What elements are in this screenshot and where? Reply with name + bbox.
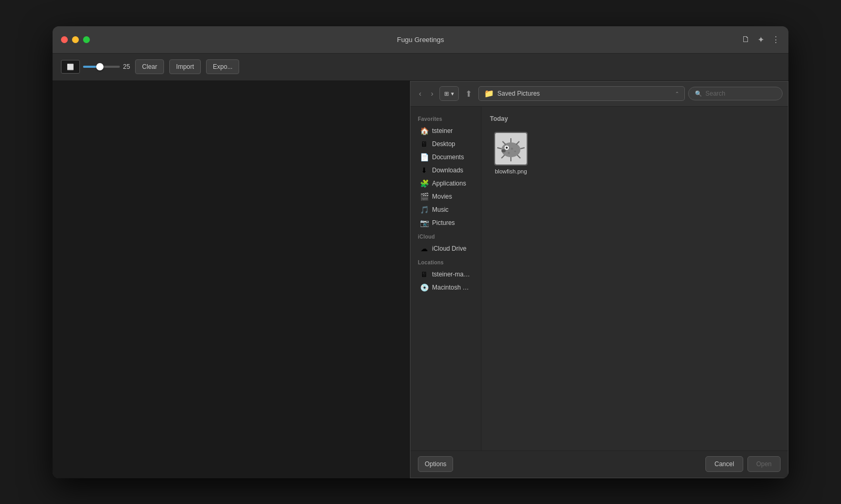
- menu-icon[interactable]: ⋮: [772, 35, 780, 45]
- disk-icon: 💿: [420, 283, 428, 292]
- locations-label: Locations: [411, 255, 481, 268]
- extensions-icon[interactable]: ✦: [757, 35, 764, 45]
- app-toolbar: ⬜ 25 Clear Import Expo...: [53, 54, 788, 81]
- footer-right: Cancel Open: [705, 456, 781, 472]
- dialog-footer: Options Cancel Open: [411, 450, 788, 478]
- open-button[interactable]: Open: [747, 456, 781, 472]
- dialog-body: Favorites 🏠 tsteiner 🖥 Desktop 📄 Documen…: [411, 107, 788, 450]
- home-icon: 🏠: [420, 127, 428, 135]
- minimize-button[interactable]: [72, 36, 79, 43]
- zoom-slider[interactable]: [83, 66, 120, 68]
- search-placeholder: Search: [705, 90, 725, 97]
- pictures-icon: 📷: [420, 219, 428, 227]
- file-name: blowfish.png: [495, 168, 527, 174]
- title-bar-actions: 🗋 ✦ ⋮: [742, 35, 780, 45]
- footer-left: Options: [418, 456, 453, 472]
- sidebar-item-applications[interactable]: 🧩 Applications: [413, 177, 479, 190]
- search-box[interactable]: 🔍 Search: [688, 87, 783, 100]
- sidebar-item-desktop[interactable]: 🖥 Desktop: [413, 138, 479, 150]
- title-bar: Fugu Greetings 🗋 ✦ ⋮: [53, 26, 788, 54]
- file-grid: blowfish.png: [490, 129, 780, 178]
- file-thumbnail: [494, 132, 528, 166]
- zoom-icon: ⬜: [67, 64, 74, 70]
- close-button[interactable]: [61, 36, 68, 43]
- zoom-control: ⬜ 25: [61, 60, 130, 74]
- content-area: ‹ › ⊞ ▾ ⬆ 📁 Saved Pictures ⌃ 🔍 Search: [53, 81, 788, 478]
- file-item-blowfish[interactable]: blowfish.png: [490, 129, 532, 178]
- sidebar-item-icloud-drive[interactable]: ☁ iCloud Drive: [413, 242, 479, 255]
- location-name: Saved Pictures: [497, 90, 540, 97]
- favorites-label: Favorites: [411, 112, 481, 124]
- movies-icon: 🎬: [420, 192, 428, 201]
- svg-point-15: [508, 152, 510, 154]
- sidebar-item-movies[interactable]: 🎬 Movies: [413, 190, 479, 203]
- music-icon: 🎵: [420, 205, 428, 214]
- documents-icon: 📄: [420, 153, 428, 161]
- maximize-button[interactable]: [83, 36, 90, 43]
- options-button[interactable]: Options: [418, 456, 453, 472]
- sidebar-item-macintosh-hd[interactable]: 💿 Macintosh HD: [413, 281, 479, 294]
- desktop-icon: 🖥: [420, 140, 428, 148]
- dialog-toolbar: ‹ › ⊞ ▾ ⬆ 📁 Saved Pictures ⌃ 🔍 Search: [411, 81, 788, 107]
- zoom-box: ⬜: [61, 60, 80, 74]
- upload-icon[interactable]: ⬆: [462, 87, 475, 101]
- file-picker-dialog: ‹ › ⊞ ▾ ⬆ 📁 Saved Pictures ⌃ 🔍 Search: [410, 81, 788, 478]
- section-date-label: Today: [490, 115, 780, 122]
- file-panel: Today: [481, 107, 788, 450]
- sidebar-item-tsteiner[interactable]: 🏠 tsteiner: [413, 125, 479, 137]
- traffic-lights: [61, 36, 90, 43]
- icloud-label: iCloud: [411, 230, 481, 242]
- cancel-button[interactable]: Cancel: [705, 456, 743, 472]
- import-button[interactable]: Import: [169, 59, 201, 74]
- sidebar-item-music[interactable]: 🎵 Music: [413, 203, 479, 216]
- svg-point-14: [515, 150, 516, 152]
- view-mode-button[interactable]: ⊞ ▾: [439, 86, 459, 101]
- icloud-icon: ☁: [420, 244, 428, 253]
- search-icon: 🔍: [695, 90, 702, 97]
- sidebar: Favorites 🏠 tsteiner 🖥 Desktop 📄 Documen…: [411, 107, 481, 450]
- sidebar-item-pictures[interactable]: 📷 Pictures: [413, 217, 479, 229]
- svg-point-12: [501, 149, 506, 152]
- laptop-icon: 🖥: [420, 270, 428, 279]
- app-window: Fugu Greetings 🗋 ✦ ⋮ ⬜ 25 Clear Import E…: [53, 26, 788, 478]
- downloads-icon: ⬇: [420, 166, 428, 174]
- sidebar-item-downloads[interactable]: ⬇ Downloads: [413, 164, 479, 177]
- location-dropdown[interactable]: 📁 Saved Pictures ⌃: [478, 86, 685, 101]
- back-button[interactable]: ‹: [416, 87, 425, 100]
- forward-button[interactable]: ›: [428, 87, 437, 100]
- sidebar-item-documents[interactable]: 📄 Documents: [413, 151, 479, 163]
- sidebar-item-macbook[interactable]: 🖥 tsteiner-macb...: [413, 268, 479, 281]
- export-button[interactable]: Expo...: [206, 59, 239, 74]
- clear-button[interactable]: Clear: [135, 59, 164, 74]
- applications-icon: 🧩: [420, 179, 428, 188]
- svg-point-11: [506, 147, 508, 149]
- canvas-area: [53, 81, 410, 478]
- grid-icon: ⊞: [444, 90, 449, 97]
- svg-point-13: [511, 148, 513, 150]
- dropdown-chevron-icon: ⌃: [675, 91, 679, 97]
- document-icon[interactable]: 🗋: [742, 35, 750, 44]
- view-chevron-icon: ▾: [451, 90, 454, 97]
- zoom-value: 25: [123, 63, 130, 70]
- window-title: Fugu Greetings: [397, 36, 444, 44]
- folder-icon: 📁: [484, 89, 494, 98]
